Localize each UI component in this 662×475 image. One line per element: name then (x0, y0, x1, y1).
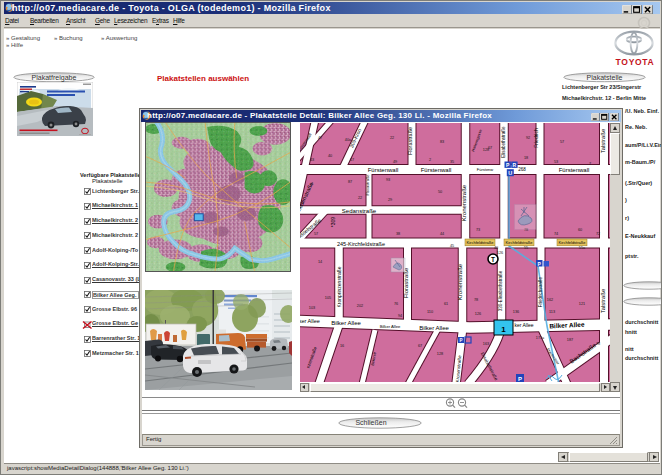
svg-text:78: 78 (596, 342, 600, 346)
svg-text:72: 72 (596, 232, 600, 236)
svg-text:Sedanstraße: Sedanstraße (342, 208, 377, 214)
svg-text:U: U (508, 170, 512, 176)
svg-text:83: 83 (440, 140, 444, 144)
svg-text:17: 17 (350, 158, 354, 162)
svg-text:92: 92 (526, 136, 530, 140)
svg-text:Friedrichstraße: Friedrichstraße (538, 276, 543, 307)
svg-text:Bilker Allee: Bilker Allee (331, 320, 361, 326)
svg-text:P: P (459, 338, 462, 343)
svg-text:Schließen: Schließen (355, 419, 386, 426)
svg-text:330-Elisabethstraße: 330-Elisabethstraße (498, 270, 503, 311)
svg-text:268: 268 (518, 167, 526, 172)
svg-text:87: 87 (348, 180, 352, 184)
svg-text:Flosastraße: Flosastraße (365, 174, 370, 196)
svg-text:29: 29 (388, 198, 392, 202)
svg-text:105: 105 (325, 296, 331, 300)
svg-text:P: P (518, 376, 522, 382)
svg-text:Plakatfreigabe: Plakatfreigabe (32, 73, 77, 81)
svg-text:R: R (513, 162, 517, 168)
svg-text:50: 50 (438, 190, 442, 194)
svg-text:78: 78 (474, 298, 478, 302)
svg-text:49: 49 (393, 160, 397, 164)
svg-text:245-Kirchfeldstraße: 245-Kirchfeldstraße (337, 241, 385, 247)
svg-text:61: 61 (444, 302, 448, 306)
svg-text:Plakatstelle: Plakatstelle (587, 74, 623, 81)
svg-text:40: 40 (494, 246, 498, 250)
svg-text:Kronprinzenstraße: Kronprinzenstraße (336, 266, 342, 307)
svg-text:Kirchfeldstraße: Kirchfeldstraße (559, 240, 587, 245)
svg-text:57: 57 (314, 232, 318, 236)
svg-text:7: 7 (589, 162, 591, 166)
svg-text:47: 47 (318, 136, 322, 140)
svg-text:ker Allee: ker Allee (514, 322, 533, 328)
svg-text:22: 22 (390, 136, 394, 140)
svg-text:40a: 40a (345, 138, 352, 142)
svg-text:ilker Allee: ilker Allee (300, 318, 320, 324)
svg-text:44: 44 (440, 232, 444, 236)
svg-text:35: 35 (450, 160, 454, 164)
svg-text:Florastraße: Florastraße (407, 127, 413, 155)
svg-text:T: T (491, 256, 495, 263)
svg-text:187: 187 (567, 338, 573, 342)
svg-text:57: 57 (560, 140, 564, 144)
svg-text:94: 94 (398, 314, 402, 318)
svg-text:2: 2 (429, 158, 431, 162)
svg-text:14: 14 (318, 260, 322, 264)
svg-text:Kronenstraße: Kronenstraße (457, 263, 463, 300)
svg-text:121: 121 (579, 302, 585, 306)
svg-text:73: 73 (476, 228, 480, 232)
svg-text:128: 128 (483, 148, 489, 152)
svg-text:Fürstenw: Fürstenw (477, 167, 494, 172)
svg-text:16: 16 (340, 344, 344, 348)
svg-text:76: 76 (394, 302, 398, 306)
svg-text:Fürstenwall: Fürstenwall (421, 167, 452, 173)
svg-text:40: 40 (328, 154, 332, 158)
svg-text:Kirchfeldstraße: Kirchfeldstraße (467, 240, 495, 245)
svg-text:163: 163 (483, 342, 489, 346)
svg-text:43: 43 (310, 158, 314, 162)
svg-text:45: 45 (450, 244, 454, 248)
svg-text:113: 113 (549, 310, 555, 314)
svg-text:171a: 171a (536, 336, 545, 340)
svg-text:Bilker Allee: Bilker Allee (419, 325, 449, 331)
svg-text:103: 103 (309, 306, 315, 310)
svg-text:136: 136 (513, 310, 519, 314)
svg-text:22: 22 (358, 196, 362, 200)
svg-text:Talstraße: Talstraße (600, 128, 606, 153)
svg-text:74: 74 (554, 232, 558, 236)
svg-text:110: 110 (427, 310, 433, 314)
svg-text:126: 126 (497, 251, 503, 255)
svg-text:38: 38 (396, 232, 400, 236)
svg-text:4: 4 (311, 182, 313, 186)
svg-text:*309: *309 (330, 217, 336, 228)
svg-text:18: 18 (524, 156, 528, 160)
svg-text:60: 60 (578, 228, 582, 232)
svg-text:93: 93 (386, 178, 390, 182)
svg-text:Kirchfeldstraße: Kirchfeldstraße (506, 240, 534, 245)
svg-text:Elisabethstraße: Elisabethstraße (501, 126, 506, 158)
svg-text:55a: 55a (579, 246, 586, 250)
svg-text:Friedrich: Friedrich (533, 128, 539, 148)
svg-text:162: 162 (547, 298, 553, 302)
svg-text:Kronenstraße: Kronenstraße (461, 184, 467, 221)
svg-text:Talstraße: Talstraße (600, 288, 606, 313)
svg-text:Bilker Allee: Bilker Allee (380, 324, 401, 329)
svg-text:67: 67 (418, 344, 422, 348)
svg-text:1: 1 (501, 325, 506, 334)
svg-text:126: 126 (475, 312, 481, 316)
svg-text:55: 55 (524, 246, 528, 250)
svg-text:Fürstenwall: Fürstenwall (559, 167, 590, 173)
svg-text:53: 53 (554, 160, 558, 164)
svg-text:202: 202 (357, 304, 363, 308)
svg-text:Fürstenwall: Fürstenwall (368, 167, 399, 173)
svg-text:128: 128 (437, 352, 443, 356)
